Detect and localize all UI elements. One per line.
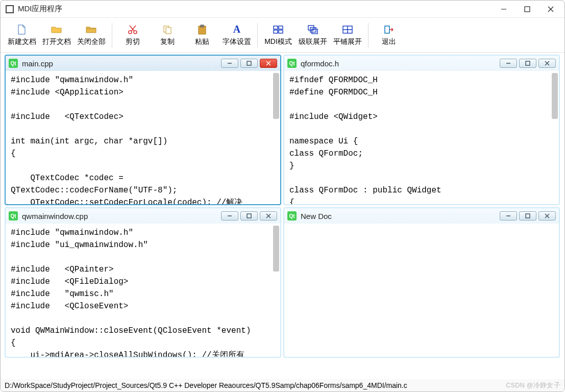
paste-button[interactable]: 粘贴 — [185, 20, 219, 51]
close-button[interactable] — [539, 1, 562, 17]
label: MDI模式 — [264, 37, 292, 46]
label: 平铺展开 — [333, 37, 362, 46]
mdi-maximize-button[interactable] — [240, 59, 258, 68]
mdi-close-button[interactable] — [260, 59, 277, 68]
app-icon — [6, 5, 14, 13]
qt-icon: Qt — [9, 59, 18, 68]
folder-closed-icon — [86, 24, 97, 35]
toolbar: 新建文档 打开文档 关闭全部 剪切 复制 粘贴 A 字体设置 MDI模式 级联展… — [1, 18, 564, 53]
copy-icon — [162, 24, 173, 35]
scrollbar-thumb[interactable] — [552, 73, 558, 119]
mdi-mode-button[interactable]: MDI模式 — [261, 20, 296, 51]
mdi-titlebar[interactable]: Qt qwmainwindow.cpp — [6, 208, 280, 224]
grid-icon — [273, 24, 284, 35]
mdi-minimize-button[interactable] — [500, 211, 517, 220]
paste-icon — [196, 24, 208, 35]
mdi-window-title: qwmainwindow.cpp — [21, 212, 218, 220]
tile-button[interactable]: 平铺展开 — [330, 20, 365, 51]
code-content[interactable]: #include "qwmainwindow.h" #include <QApp… — [6, 71, 280, 204]
font-settings-button[interactable]: A 字体设置 — [219, 20, 254, 51]
svg-rect-22 — [247, 61, 251, 65]
mdi-window-title: main.cpp — [21, 59, 218, 68]
mdi-close-button[interactable] — [538, 59, 556, 68]
titlebar: MDI应用程序 — [1, 1, 564, 18]
code-content[interactable]: #include "qwmainwindow.h" #include "ui_q… — [6, 224, 280, 357]
window-title: MDI应用程序 — [18, 4, 492, 14]
scrollbar-thumb[interactable] — [273, 73, 279, 119]
exit-icon — [383, 24, 395, 35]
mdi-titlebar[interactable]: Qt New Doc — [284, 208, 559, 224]
maximize-button[interactable] — [515, 1, 539, 17]
status-path: D:/WorkSpace/StudyProject/Project_Source… — [5, 381, 407, 389]
svg-rect-11 — [279, 26, 283, 29]
svg-rect-30 — [247, 214, 251, 218]
svg-rect-20 — [385, 26, 389, 33]
label: 复制 — [160, 37, 175, 46]
mdi-maximize-button[interactable] — [240, 211, 258, 220]
mdi-minimize-button[interactable] — [500, 59, 517, 68]
mdi-window-main-cpp[interactable]: Qt main.cpp #include "qwmainwindow.h" #i… — [5, 55, 281, 205]
label: 剪切 — [126, 37, 140, 46]
svg-rect-1 — [525, 7, 530, 12]
mdi-area: Qt main.cpp #include "qwmainwindow.h" #i… — [4, 54, 561, 378]
editor-area[interactable]: #include "qwmainwindow.h" #include <QApp… — [6, 71, 280, 204]
mdi-window-title: New Doc — [300, 212, 497, 220]
qt-icon: Qt — [9, 211, 18, 220]
label: 字体设置 — [223, 37, 251, 46]
statusbar: D:/WorkSpace/StudyProject/Project_Source… — [1, 379, 564, 391]
font-icon: A — [231, 24, 242, 35]
cut-button[interactable]: 剪切 — [115, 20, 150, 51]
svg-rect-9 — [201, 25, 204, 27]
editor-area[interactable] — [284, 224, 559, 357]
svg-rect-12 — [274, 30, 278, 33]
watermark: CSDN @冷静女子 — [506, 381, 560, 390]
label: 打开文档 — [42, 37, 71, 46]
folder-open-icon — [51, 24, 62, 35]
code-content[interactable] — [284, 224, 559, 357]
mdi-window-title: qformdoc.h — [300, 59, 497, 68]
label: 关闭全部 — [77, 37, 106, 46]
new-doc-button[interactable]: 新建文档 — [5, 20, 39, 51]
mdi-close-button[interactable] — [538, 211, 556, 220]
editor-area[interactable]: #include "qwmainwindow.h" #include "ui_q… — [6, 224, 280, 357]
file-new-icon — [16, 24, 28, 35]
close-all-button[interactable]: 关闭全部 — [74, 20, 109, 51]
toolbar-separator — [112, 23, 112, 47]
mdi-titlebar[interactable]: Qt main.cpp — [6, 56, 280, 71]
copy-button[interactable]: 复制 — [150, 20, 185, 51]
mdi-maximize-button[interactable] — [519, 59, 536, 68]
mdi-minimize-button[interactable] — [221, 59, 238, 68]
open-doc-button[interactable]: 打开文档 — [39, 20, 74, 51]
tile-icon — [342, 24, 353, 35]
qt-icon: Qt — [287, 59, 297, 68]
code-content[interactable]: #ifndef QFORMDOC_H #define QFORMDOC_H #i… — [284, 71, 559, 204]
qt-icon: Qt — [287, 211, 297, 220]
label: 级联展开 — [299, 37, 327, 46]
toolbar-separator — [368, 23, 369, 47]
svg-rect-34 — [526, 214, 530, 218]
mdi-maximize-button[interactable] — [519, 211, 536, 220]
cascade-icon — [307, 24, 318, 35]
label: 新建文档 — [8, 37, 36, 46]
mdi-window-new-doc[interactable]: Qt New Doc — [283, 207, 560, 358]
svg-rect-26 — [526, 61, 530, 65]
cascade-button[interactable]: 级联展开 — [296, 20, 330, 51]
mdi-titlebar[interactable]: Qt qformdoc.h — [284, 56, 559, 71]
scissors-icon — [127, 24, 138, 35]
mdi-window-qformdoc-h[interactable]: Qt qformdoc.h #ifndef QFORMDOC_H #define… — [283, 55, 560, 205]
mdi-minimize-button[interactable] — [221, 211, 238, 220]
scrollbar-thumb[interactable] — [273, 226, 279, 272]
label: 退出 — [382, 37, 396, 46]
exit-button[interactable]: 退出 — [372, 20, 406, 51]
svg-rect-10 — [274, 26, 278, 29]
mdi-close-button[interactable] — [260, 211, 277, 220]
mdi-window-qwmainwindow-cpp[interactable]: Qt qwmainwindow.cpp #include "qwmainwind… — [5, 207, 281, 358]
label: 粘贴 — [195, 37, 209, 46]
svg-rect-13 — [279, 30, 283, 33]
svg-rect-7 — [166, 28, 171, 34]
toolbar-separator — [257, 23, 258, 47]
editor-area[interactable]: #ifndef QFORMDOC_H #define QFORMDOC_H #i… — [284, 71, 559, 204]
minimize-button[interactable] — [492, 1, 515, 17]
